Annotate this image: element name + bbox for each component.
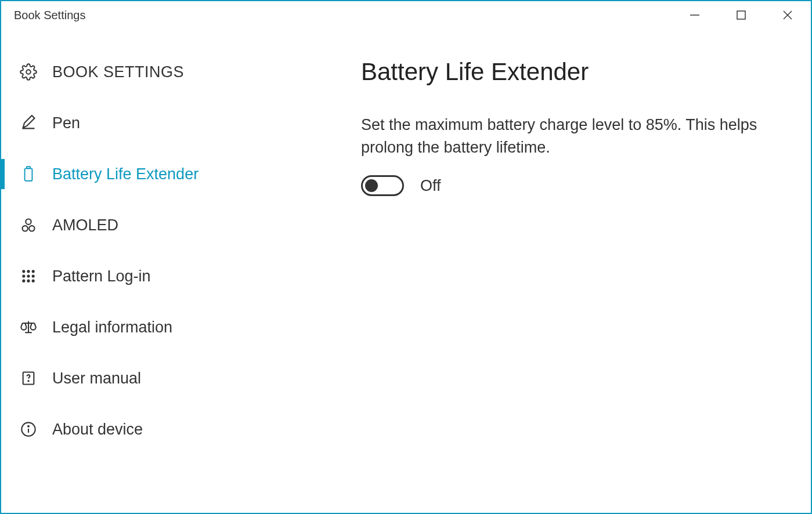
close-icon <box>782 9 793 21</box>
sidebar-item-label: Legal information <box>52 318 172 336</box>
svg-point-17 <box>27 280 30 283</box>
svg-point-4 <box>26 70 31 74</box>
sidebar-item-label: Pen <box>52 114 80 132</box>
toggle-state-label: Off <box>420 177 441 195</box>
gear-icon <box>19 62 38 82</box>
page-title: Battery Life Extender <box>361 58 764 86</box>
app-window: Book Settings BOOK SETTINGS <box>0 0 812 514</box>
minimize-button[interactable] <box>672 1 718 29</box>
sidebar-heading-label: BOOK SETTINGS <box>52 63 184 81</box>
svg-point-7 <box>26 219 31 225</box>
sidebar-item-label: User manual <box>52 370 141 388</box>
sidebar-item-amoled[interactable]: AMOLED <box>1 200 326 251</box>
close-button[interactable] <box>764 1 811 29</box>
sidebar-item-legal-information[interactable]: Legal information <box>1 302 326 353</box>
battery-icon <box>19 164 38 184</box>
sidebar-item-label: Pattern Log-in <box>52 267 151 285</box>
svg-point-13 <box>22 274 25 277</box>
sidebar-item-battery-life-extender[interactable]: Battery Life Extender <box>1 149 326 200</box>
main-panel: Battery Life Extender Set the maximum ba… <box>326 29 811 513</box>
svg-point-12 <box>32 270 35 273</box>
scales-icon <box>19 317 38 337</box>
svg-point-14 <box>27 274 30 277</box>
sidebar-item-user-manual[interactable]: User manual <box>1 353 326 404</box>
maximize-icon <box>736 10 746 20</box>
sidebar-item-label: AMOLED <box>52 216 118 234</box>
svg-point-23 <box>28 381 28 381</box>
titlebar: Book Settings <box>1 1 811 29</box>
window-title: Book Settings <box>14 9 85 22</box>
maximize-button[interactable] <box>718 1 764 29</box>
battery-extender-toggle[interactable] <box>361 175 404 196</box>
svg-point-15 <box>32 274 35 277</box>
pen-icon <box>19 113 38 133</box>
svg-point-8 <box>23 226 28 231</box>
window-controls <box>672 1 811 29</box>
sidebar-heading[interactable]: BOOK SETTINGS <box>1 46 326 97</box>
sidebar-item-pen[interactable]: Pen <box>1 97 326 149</box>
page-description: Set the maximum battery charge level to … <box>361 114 764 159</box>
sidebar-item-about-device[interactable]: About device <box>1 404 326 455</box>
minimize-icon <box>690 10 700 20</box>
sidebar-item-label: Battery Life Extender <box>52 165 199 183</box>
pattern-icon <box>19 266 38 286</box>
manual-icon <box>19 368 38 388</box>
svg-point-10 <box>22 270 25 273</box>
svg-rect-1 <box>737 11 745 19</box>
content: BOOK SETTINGS Pen Battery Life Extender … <box>1 29 811 513</box>
svg-point-18 <box>32 280 35 283</box>
svg-rect-6 <box>27 166 30 168</box>
svg-point-11 <box>27 270 30 273</box>
svg-point-16 <box>22 280 25 283</box>
toggle-knob <box>365 179 378 192</box>
circles-icon <box>19 215 38 235</box>
toggle-row: Off <box>361 175 764 196</box>
svg-point-26 <box>28 426 29 427</box>
sidebar: BOOK SETTINGS Pen Battery Life Extender … <box>1 29 326 513</box>
svg-point-9 <box>29 226 34 231</box>
svg-rect-5 <box>25 168 33 180</box>
sidebar-item-pattern-login[interactable]: Pattern Log-in <box>1 251 326 302</box>
info-icon <box>19 419 38 439</box>
sidebar-item-label: About device <box>52 421 143 439</box>
